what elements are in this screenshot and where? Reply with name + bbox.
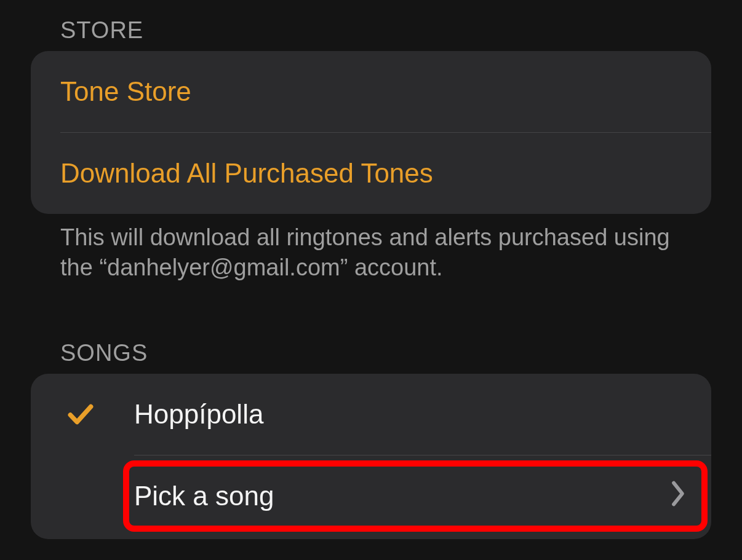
pick-a-song-label: Pick a song [134, 481, 274, 511]
songs-card: Hoppípolla Pick a song [31, 374, 711, 539]
store-section-header: STORE [31, 12, 711, 51]
download-all-label: Download All Purchased Tones [60, 158, 433, 189]
store-card: Tone Store Download All Purchased Tones [31, 51, 711, 214]
tone-store-label: Tone Store [60, 76, 191, 107]
download-all-row[interactable]: Download All Purchased Tones [31, 133, 711, 214]
store-section-footer: This will download all ringtones and ale… [31, 214, 711, 283]
pick-a-song-row[interactable]: Pick a song [31, 455, 711, 537]
songs-section-header: SONGS [31, 335, 711, 374]
checkmark-icon [65, 399, 96, 430]
selected-song-row[interactable]: Hoppípolla [31, 374, 711, 455]
check-column [60, 399, 134, 430]
chevron-right-icon [669, 480, 687, 511]
tone-store-row[interactable]: Tone Store [31, 51, 711, 132]
selected-song-label: Hoppípolla [134, 399, 263, 430]
